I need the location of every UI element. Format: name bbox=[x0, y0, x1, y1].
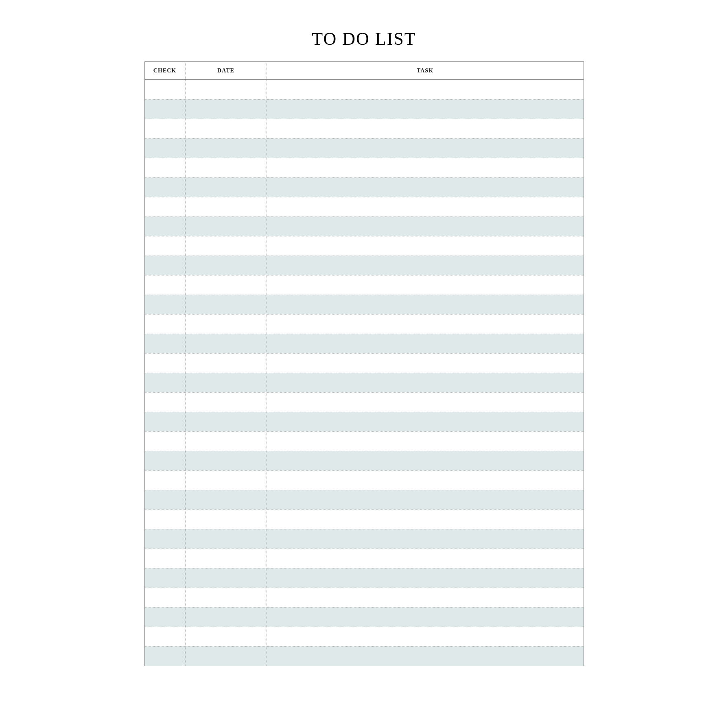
cell-task[interactable] bbox=[267, 490, 584, 509]
cell-date[interactable] bbox=[186, 509, 267, 529]
table-row bbox=[145, 509, 584, 529]
table-row bbox=[145, 646, 584, 666]
cell-check[interactable] bbox=[145, 509, 186, 529]
cell-check[interactable] bbox=[145, 295, 186, 314]
cell-check[interactable] bbox=[145, 99, 186, 119]
cell-date[interactable] bbox=[186, 177, 267, 197]
cell-task[interactable] bbox=[267, 314, 584, 334]
cell-task[interactable] bbox=[267, 627, 584, 646]
cell-date[interactable] bbox=[186, 295, 267, 314]
cell-task[interactable] bbox=[267, 138, 584, 158]
cell-date[interactable] bbox=[186, 588, 267, 607]
cell-date[interactable] bbox=[186, 373, 267, 392]
cell-date[interactable] bbox=[186, 412, 267, 431]
cell-check[interactable] bbox=[145, 314, 186, 334]
cell-task[interactable] bbox=[267, 509, 584, 529]
cell-date[interactable] bbox=[186, 334, 267, 353]
cell-check[interactable] bbox=[145, 373, 186, 392]
cell-check[interactable] bbox=[145, 216, 186, 236]
cell-date[interactable] bbox=[186, 99, 267, 119]
cell-check[interactable] bbox=[145, 470, 186, 490]
cell-date[interactable] bbox=[186, 353, 267, 373]
cell-date[interactable] bbox=[186, 138, 267, 158]
header-date-label: DATE bbox=[217, 68, 234, 74]
cell-check[interactable] bbox=[145, 607, 186, 627]
header-task-label: TASK bbox=[417, 68, 433, 74]
cell-task[interactable] bbox=[267, 216, 584, 236]
table-row bbox=[145, 158, 584, 177]
cell-date[interactable] bbox=[186, 236, 267, 256]
cell-date[interactable] bbox=[186, 256, 267, 275]
cell-check[interactable] bbox=[145, 275, 186, 295]
cell-date[interactable] bbox=[186, 197, 267, 216]
cell-check[interactable] bbox=[145, 80, 186, 99]
cell-task[interactable] bbox=[267, 646, 584, 666]
cell-check[interactable] bbox=[145, 334, 186, 353]
cell-check[interactable] bbox=[145, 549, 186, 568]
cell-check[interactable] bbox=[145, 353, 186, 373]
cell-date[interactable] bbox=[186, 470, 267, 490]
cell-check[interactable] bbox=[145, 412, 186, 431]
cell-check[interactable] bbox=[145, 451, 186, 470]
table-row bbox=[145, 373, 584, 392]
cell-task[interactable] bbox=[267, 353, 584, 373]
cell-date[interactable] bbox=[186, 216, 267, 236]
cell-task[interactable] bbox=[267, 177, 584, 197]
cell-task[interactable] bbox=[267, 158, 584, 177]
cell-task[interactable] bbox=[267, 607, 584, 627]
cell-date[interactable] bbox=[186, 549, 267, 568]
cell-task[interactable] bbox=[267, 197, 584, 216]
cell-date[interactable] bbox=[186, 646, 267, 666]
cell-task[interactable] bbox=[267, 334, 584, 353]
cell-date[interactable] bbox=[186, 490, 267, 509]
cell-check[interactable] bbox=[145, 158, 186, 177]
cell-date[interactable] bbox=[186, 431, 267, 451]
cell-task[interactable] bbox=[267, 451, 584, 470]
cell-check[interactable] bbox=[145, 490, 186, 509]
cell-check[interactable] bbox=[145, 119, 186, 138]
cell-check[interactable] bbox=[145, 256, 186, 275]
cell-check[interactable] bbox=[145, 646, 186, 666]
cell-check[interactable] bbox=[145, 392, 186, 412]
cell-check[interactable] bbox=[145, 529, 186, 549]
cell-check[interactable] bbox=[145, 431, 186, 451]
cell-date[interactable] bbox=[186, 392, 267, 412]
cell-task[interactable] bbox=[267, 549, 584, 568]
cell-date[interactable] bbox=[186, 529, 267, 549]
cell-check[interactable] bbox=[145, 197, 186, 216]
cell-check[interactable] bbox=[145, 588, 186, 607]
cell-date[interactable] bbox=[186, 451, 267, 470]
cell-date[interactable] bbox=[186, 119, 267, 138]
cell-task[interactable] bbox=[267, 470, 584, 490]
cell-task[interactable] bbox=[267, 392, 584, 412]
cell-date[interactable] bbox=[186, 158, 267, 177]
cell-task[interactable] bbox=[267, 99, 584, 119]
cell-task[interactable] bbox=[267, 431, 584, 451]
cell-check[interactable] bbox=[145, 138, 186, 158]
cell-task[interactable] bbox=[267, 588, 584, 607]
table-row bbox=[145, 451, 584, 470]
cell-task[interactable] bbox=[267, 568, 584, 588]
cell-task[interactable] bbox=[267, 275, 584, 295]
cell-date[interactable] bbox=[186, 314, 267, 334]
cell-task[interactable] bbox=[267, 295, 584, 314]
cell-date[interactable] bbox=[186, 627, 267, 646]
cell-check[interactable] bbox=[145, 627, 186, 646]
cell-task[interactable] bbox=[267, 529, 584, 549]
cell-date[interactable] bbox=[186, 568, 267, 588]
cell-date[interactable] bbox=[186, 80, 267, 99]
cell-date[interactable] bbox=[186, 607, 267, 627]
cell-task[interactable] bbox=[267, 80, 584, 99]
cell-task[interactable] bbox=[267, 236, 584, 256]
table-row bbox=[145, 177, 584, 197]
table-row bbox=[145, 334, 584, 353]
cell-task[interactable] bbox=[267, 256, 584, 275]
cell-date[interactable] bbox=[186, 275, 267, 295]
cell-check[interactable] bbox=[145, 177, 186, 197]
table-row bbox=[145, 256, 584, 275]
cell-check[interactable] bbox=[145, 568, 186, 588]
cell-task[interactable] bbox=[267, 373, 584, 392]
cell-check[interactable] bbox=[145, 236, 186, 256]
cell-task[interactable] bbox=[267, 119, 584, 138]
cell-task[interactable] bbox=[267, 412, 584, 431]
